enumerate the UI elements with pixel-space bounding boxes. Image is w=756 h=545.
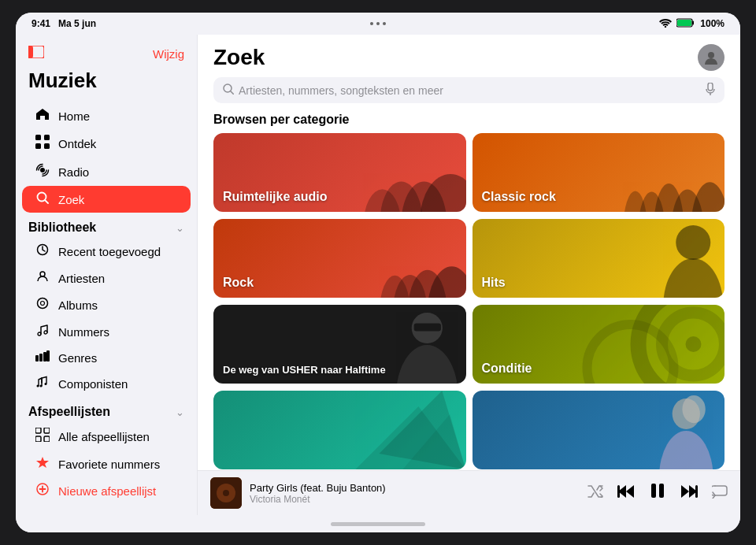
- play-pause-button[interactable]: [649, 482, 666, 504]
- sidebar-item-home[interactable]: Home: [22, 102, 191, 129]
- mini-player-artist: Victoria Monét: [250, 494, 580, 505]
- sidebar-item-nummers[interactable]: Nummers: [22, 318, 191, 345]
- svg-rect-21: [43, 352, 46, 361]
- alle-afspeellijsten-icon: [35, 428, 50, 445]
- mini-player-title: Party Girls (feat. Buju Banton): [250, 482, 580, 494]
- favoriete-icon: [35, 456, 50, 472]
- category-usher-label: De weg van USHER naar Halftime: [223, 364, 386, 376]
- svg-point-15: [38, 298, 48, 309]
- svg-rect-27: [44, 428, 50, 433]
- category-card-spatial[interactable]: Ruimtelijke audio: [213, 133, 466, 212]
- prev-button[interactable]: [617, 484, 635, 502]
- afspeellijsten-chevron: ⌄: [176, 406, 184, 418]
- category-hits-label: Hits: [482, 276, 506, 290]
- zoek-icon: [35, 191, 50, 207]
- category-card-blue[interactable]: [472, 391, 725, 469]
- mini-player-info: Party Girls (feat. Buju Banton) Victoria…: [250, 482, 580, 505]
- svg-marker-75: [681, 485, 689, 498]
- svg-point-65: [682, 395, 705, 423]
- svg-point-52: [676, 225, 710, 260]
- user-avatar[interactable]: [698, 44, 724, 71]
- sidebar-item-componisten[interactable]: Componisten: [22, 370, 191, 397]
- sidebar-item-artiesten[interactable]: Artiesten: [22, 265, 191, 291]
- battery-pct: 100%: [700, 18, 724, 29]
- category-card-conditie[interactable]: Conditie: [472, 305, 725, 384]
- sidebar-toggle-button[interactable]: [28, 46, 44, 62]
- sidebar-item-radio[interactable]: Radio: [22, 158, 191, 186]
- category-card-classic-rock[interactable]: Classic rock: [472, 133, 725, 212]
- artiesten-icon: [35, 270, 50, 286]
- svg-rect-26: [35, 428, 41, 433]
- home-indicator: [331, 522, 425, 526]
- svg-rect-6: [35, 135, 41, 140]
- mini-player[interactable]: Party Girls (feat. Buju Banton) Victoria…: [198, 470, 740, 515]
- svg-rect-20: [39, 354, 43, 361]
- sidebar-item-recent-label: Recent toegevoegd: [58, 245, 161, 258]
- category-card-hits[interactable]: Hits: [472, 219, 725, 298]
- svg-rect-3: [677, 20, 691, 26]
- search-bar[interactable]: Artiesten, nummers, songteksten en meer: [213, 77, 724, 103]
- sidebar: Wijzig Muziek Home: [16, 35, 197, 515]
- category-card-usher[interactable]: De weg van USHER naar Halftime: [213, 305, 466, 384]
- sidebar-item-favoriete-label: Favoriete nummers: [58, 458, 160, 471]
- svg-point-10: [40, 168, 45, 172]
- nieuw-icon: [35, 483, 50, 499]
- content-area: Zoek Artiesten, nummers, songteksten e: [197, 35, 740, 515]
- svg-point-17: [38, 332, 41, 336]
- sidebar-item-alle-afspeellijsten[interactable]: Alle afspeellijsten: [22, 422, 191, 450]
- status-date: Ma 5 jun: [58, 18, 96, 29]
- mini-player-controls: [587, 482, 728, 504]
- svg-rect-29: [44, 436, 50, 442]
- svg-point-14: [40, 272, 45, 276]
- sidebar-item-nummers-label: Nummers: [58, 325, 109, 339]
- status-right: 100%: [659, 18, 724, 30]
- svg-rect-37: [708, 83, 713, 91]
- home-icon: [35, 108, 50, 124]
- sidebar-item-recent[interactable]: Recent toegevoegd: [22, 238, 191, 265]
- content-header: Zoek: [198, 35, 740, 77]
- sidebar-item-artiesten-label: Artiesten: [58, 272, 105, 285]
- shuffle-button[interactable]: [587, 485, 603, 502]
- sidebar-item-zoek[interactable]: Zoek: [22, 186, 191, 213]
- category-card-party[interactable]: [213, 391, 466, 469]
- svg-rect-56: [414, 324, 441, 332]
- wijzig-button[interactable]: Wijzig: [153, 47, 184, 61]
- svg-line-12: [45, 200, 48, 203]
- sidebar-item-ontdek[interactable]: Ontdek: [22, 129, 191, 158]
- recent-icon: [35, 243, 50, 259]
- sidebar-item-albums-label: Albums: [58, 298, 98, 312]
- bibliotheek-section-header[interactable]: Bibliotheek ⌄: [16, 213, 197, 238]
- repeat-button[interactable]: [712, 484, 728, 502]
- battery-icon: [676, 18, 695, 30]
- svg-rect-73: [651, 484, 656, 498]
- sidebar-item-genres-label: Genres: [58, 351, 97, 365]
- status-bar: 9:41 Ma 5 jun: [16, 13, 740, 35]
- svg-point-16: [41, 302, 45, 306]
- svg-rect-5: [28, 46, 33, 58]
- sidebar-item-favoriete[interactable]: Favoriete nummers: [22, 450, 191, 477]
- svg-point-55: [396, 345, 458, 384]
- category-classic-rock-label: Classic rock: [482, 190, 556, 204]
- svg-rect-22: [46, 350, 50, 361]
- radio-icon: [35, 163, 50, 180]
- sidebar-item-genres[interactable]: Genres: [22, 345, 191, 370]
- search-icon: [223, 83, 234, 97]
- svg-point-25: [45, 383, 47, 385]
- svg-marker-30: [36, 457, 49, 468]
- ontdek-icon: [35, 135, 50, 152]
- componisten-icon: [35, 376, 50, 391]
- afspeellijsten-section-header[interactable]: Afspeellijsten ⌄: [16, 397, 197, 422]
- svg-rect-19: [35, 355, 39, 361]
- sidebar-item-nieuwe-afspeellijst[interactable]: Nieuwe afspeellijst: [22, 477, 191, 504]
- category-card-rock[interactable]: Rock: [213, 219, 466, 298]
- svg-point-0: [665, 25, 666, 27]
- sidebar-item-albums[interactable]: Albums: [22, 291, 191, 318]
- svg-point-23: [37, 385, 39, 387]
- nummers-icon: [35, 324, 50, 339]
- sidebar-item-alle-label: Alle afspeellijsten: [58, 430, 150, 443]
- category-grid: Ruimtelijke audio Classic rock: [198, 133, 740, 470]
- sidebar-item-zoek-label: Zoek: [58, 193, 84, 206]
- next-button[interactable]: [680, 484, 698, 502]
- svg-rect-72: [617, 485, 620, 498]
- status-time-date: 9:41 Ma 5 jun: [32, 18, 96, 29]
